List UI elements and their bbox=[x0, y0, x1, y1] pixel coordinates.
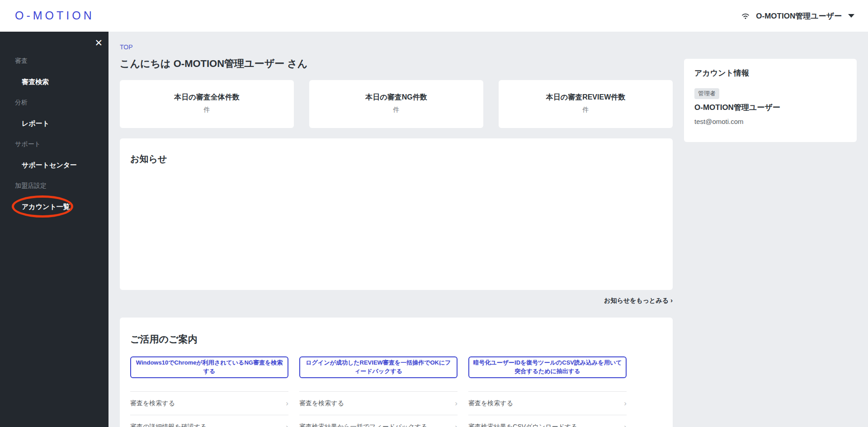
stat-card-review: 本日の審査REVIEW件数 件 bbox=[499, 80, 673, 128]
caret-down-icon bbox=[848, 14, 854, 18]
stat-card-title: 本日の審査全体件数 bbox=[120, 93, 294, 102]
chevron-right-icon: › bbox=[624, 399, 627, 408]
notices-more-link[interactable]: お知らせをもっとみる› bbox=[604, 297, 673, 304]
sidebar-item-label: 審査検索 bbox=[0, 78, 49, 86]
main-content: TOP こんにちは O-MOTION管理ユーザー さん 本日の審査全体件数 件 … bbox=[108, 32, 868, 427]
account-info-panel: アカウント情報 管理者 O-MOTION管理ユーザー test@omoti.co… bbox=[684, 59, 857, 142]
omotion-logo: O-MOTION bbox=[15, 9, 94, 22]
notices-title: お知らせ bbox=[130, 153, 662, 165]
sidebar-heading-label: 分析 bbox=[0, 99, 28, 107]
guide-links: 審査を検索する › 審査検索結果から一括でフィードバックする › bbox=[299, 391, 458, 427]
sidebar-item-report[interactable]: レポート bbox=[0, 113, 108, 134]
guide-panel: ご活用のご案内 Windows10でChromeが利用されているNG審査を検索す… bbox=[120, 318, 673, 427]
stat-card-unit: 件 bbox=[309, 106, 483, 114]
stat-card-ng: 本日の審査NG件数 件 bbox=[309, 80, 483, 128]
guide-link[interactable]: 審査を検索する › bbox=[299, 391, 458, 415]
guide-column-review-feedback: ログインが成功したREVIEW審査を一括操作でOKにフィードバックする 審査を検… bbox=[299, 356, 458, 427]
sidebar-heading-kameiten-settei: 加盟店設定 bbox=[0, 176, 108, 196]
chevron-right-icon: › bbox=[670, 296, 673, 304]
screen: O-MOTION O-MOTION管理ユーザー ✕ 審査 審査検索 分析 bbox=[0, 0, 868, 427]
user-menu-label: O-MOTION管理ユーザー bbox=[756, 11, 842, 21]
notices-more-row: お知らせをもっとみる› bbox=[120, 296, 673, 305]
guide-button-csv-extract[interactable]: 暗号化ユーザーIDを復号ツールのCSV読み込みを用いて突合するために抽出する bbox=[468, 356, 627, 378]
guide-column-ng-search: Windows10でChromeが利用されているNG審査を検索する 審査を検索す… bbox=[130, 356, 288, 427]
guide-title: ご活用のご案内 bbox=[130, 333, 662, 346]
guide-link[interactable]: 審査検索結果から一括でフィードバックする › bbox=[299, 415, 458, 427]
account-email: test@omoti.com bbox=[694, 118, 846, 125]
sidebar-nav: 審査 審査検索 分析 レポート サポート サポートセンター 加盟店設定 bbox=[0, 32, 108, 217]
sidebar-item-label: サポートセンター bbox=[0, 161, 77, 170]
role-badge: 管理者 bbox=[694, 88, 719, 99]
sidebar-heading-bunseki: 分析 bbox=[0, 92, 108, 113]
guide-link[interactable]: 審査を検索する › bbox=[468, 391, 627, 415]
account-user-name: O-MOTION管理ユーザー bbox=[694, 102, 846, 113]
sidebar-heading-label: サポート bbox=[0, 140, 41, 148]
guide-link-label: 審査を検索する bbox=[468, 399, 513, 408]
guide-link[interactable]: 審査の詳細情報を確認する › bbox=[130, 415, 288, 427]
guide-link-label: 審査を検索する bbox=[130, 399, 175, 408]
content-column: TOP こんにちは O-MOTION管理ユーザー さん 本日の審査全体件数 件 … bbox=[120, 32, 673, 427]
sidebar: ✕ 審査 審査検索 分析 レポート サポート サポートセンター 加盟店設定 bbox=[0, 32, 108, 427]
sidebar-item-account-list[interactable]: アカウント一覧 bbox=[0, 196, 108, 217]
account-info-title: アカウント情報 bbox=[694, 68, 846, 78]
guide-link[interactable]: 審査検索結果をCSVダウンロードする › bbox=[468, 415, 627, 427]
sidebar-heading-support: サポート bbox=[0, 134, 108, 155]
notices-more-label: お知らせをもっとみる bbox=[604, 297, 669, 304]
sidebar-heading-label: 加盟店設定 bbox=[0, 182, 47, 190]
greeting-title: こんにちは O-MOTION管理ユーザー さん bbox=[120, 57, 673, 71]
sidebar-item-label: レポート bbox=[0, 119, 49, 128]
close-icon[interactable]: ✕ bbox=[94, 38, 103, 47]
sidebar-heading-shinsa: 審査 bbox=[0, 51, 108, 71]
guide-links: 審査を検索する › 審査の詳細情報を確認する › bbox=[130, 391, 288, 427]
guide-links: 審査を検索する › 審査検索結果をCSVダウンロードする › bbox=[468, 391, 627, 427]
wifi-icon bbox=[741, 11, 750, 21]
sidebar-heading-label: 審査 bbox=[0, 57, 28, 65]
sidebar-item-shinsa-kensaku[interactable]: 審査検索 bbox=[0, 71, 108, 92]
stat-card-total: 本日の審査全体件数 件 bbox=[120, 80, 294, 128]
chevron-right-icon: › bbox=[455, 399, 458, 408]
stat-cards-row: 本日の審査全体件数 件 本日の審査NG件数 件 本日の審査REVIEW件数 件 bbox=[120, 80, 673, 128]
guide-column-csv-extract: 暗号化ユーザーIDを復号ツールのCSV読み込みを用いて突合するために抽出する 審… bbox=[468, 356, 627, 427]
top-header: O-MOTION O-MOTION管理ユーザー bbox=[0, 0, 868, 32]
chevron-right-icon: › bbox=[286, 422, 288, 427]
stat-card-title: 本日の審査REVIEW件数 bbox=[499, 93, 673, 102]
guide-button-ng-search[interactable]: Windows10でChromeが利用されているNG審査を検索する bbox=[130, 356, 288, 378]
sidebar-item-support-center[interactable]: サポートセンター bbox=[0, 155, 108, 176]
chevron-right-icon: › bbox=[286, 399, 288, 408]
guide-columns: Windows10でChromeが利用されているNG審査を検索する 審査を検索す… bbox=[130, 356, 662, 427]
sidebar-item-label: アカウント一覧 bbox=[0, 203, 70, 211]
chevron-right-icon: › bbox=[455, 422, 458, 427]
breadcrumb-top[interactable]: TOP bbox=[120, 43, 133, 51]
guide-link-label: 審査検索結果から一括でフィードバックする bbox=[299, 423, 428, 427]
guide-link[interactable]: 審査を検索する › bbox=[130, 391, 288, 415]
stat-card-unit: 件 bbox=[120, 106, 294, 114]
chevron-right-icon: › bbox=[624, 422, 627, 427]
guide-link-label: 審査の詳細情報を確認する bbox=[130, 423, 207, 427]
stat-card-title: 本日の審査NG件数 bbox=[309, 93, 483, 102]
guide-button-review-feedback[interactable]: ログインが成功したREVIEW審査を一括操作でOKにフィードバックする bbox=[299, 356, 458, 378]
notices-panel: お知らせ bbox=[120, 138, 673, 290]
guide-link-label: 審査を検索する bbox=[299, 399, 344, 408]
stat-card-unit: 件 bbox=[499, 106, 673, 114]
guide-link-label: 審査検索結果をCSVダウンロードする bbox=[468, 423, 577, 427]
user-menu[interactable]: O-MOTION管理ユーザー bbox=[741, 0, 854, 32]
